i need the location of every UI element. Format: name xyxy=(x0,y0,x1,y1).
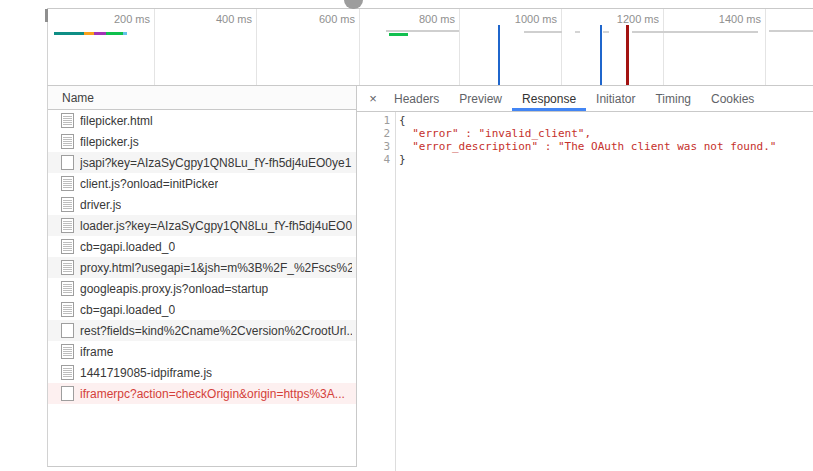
timeline-gridline xyxy=(765,9,766,85)
document-plain-icon xyxy=(61,386,74,401)
request-bar xyxy=(84,32,94,35)
table-row[interactable]: googleapis.proxy.js?onload=startup xyxy=(48,278,356,299)
tab-headers[interactable]: Headers xyxy=(384,86,449,111)
request-name: rest?fields=kind%2Cname%2Cversion%2Croot… xyxy=(80,324,352,338)
timeline-tick-label: 200 ms xyxy=(88,13,150,25)
code-text: "error" : "invalid_client", xyxy=(390,127,591,140)
event-marker-line xyxy=(626,25,629,85)
detail-tab-label: Response xyxy=(522,92,576,106)
table-row[interactable]: iframe xyxy=(48,341,356,362)
tab-timing[interactable]: Timing xyxy=(645,86,701,111)
code-line: 2 "error" : "invalid_client", xyxy=(357,127,813,140)
name-column-header[interactable]: Name xyxy=(48,86,356,110)
line-number: 1 xyxy=(357,114,390,127)
request-detail-pane: × Headers Preview Response Initiator Tim… xyxy=(357,86,813,471)
request-name: client.js?onload=initPicker xyxy=(80,177,218,191)
request-name: cb=gapi.loaded_0 xyxy=(80,303,175,317)
request-bar xyxy=(769,30,813,32)
request-name: jsapi?key=AIzaSyCgpy1QN8Lu_fY-fh5dj4uEO0… xyxy=(80,156,352,170)
line-number: 4 xyxy=(357,153,390,166)
detail-tab-label: Timing xyxy=(655,92,691,106)
document-lines-icon xyxy=(61,197,74,212)
table-row[interactable]: 1441719085-idpiframe.js xyxy=(48,362,356,383)
document-plain-icon xyxy=(61,323,74,338)
tab-initiator[interactable]: Initiator xyxy=(586,86,645,111)
detail-tab-label: Preview xyxy=(459,92,502,106)
code-line: 1 { xyxy=(357,114,813,127)
detail-tab-label: Cookies xyxy=(711,92,754,106)
request-name: proxy.html?usegapi=1&jsh=m%3B%2F_%2Fscs%… xyxy=(80,261,352,275)
document-lines-icon xyxy=(61,239,74,254)
request-name: filepicker.html xyxy=(80,114,153,128)
table-row[interactable]: iframerpc?action=checkOrigin&origin=http… xyxy=(48,383,356,404)
timeline-gridline xyxy=(154,9,155,85)
request-bar xyxy=(386,30,459,32)
timeline-tick-label: 1000 ms xyxy=(495,13,557,25)
detail-tab-label: Headers xyxy=(394,92,439,106)
line-number: 3 xyxy=(357,140,390,153)
table-row[interactable]: filepicker.js xyxy=(48,131,356,152)
timeline-gridline xyxy=(663,9,664,85)
table-row[interactable]: client.js?onload=initPicker xyxy=(48,173,356,194)
document-lines-icon xyxy=(61,365,74,380)
line-number: 2 xyxy=(357,127,390,140)
tab-response[interactable]: Response xyxy=(512,86,586,111)
document-lines-icon xyxy=(61,281,74,296)
table-row[interactable]: cb=gapi.loaded_0 xyxy=(48,236,356,257)
table-row[interactable]: proxy.html?usegapi=1&jsh=m%3B%2F_%2Fscs%… xyxy=(48,257,356,278)
name-column-label: Name xyxy=(62,91,94,105)
table-row[interactable]: cb=gapi.loaded_0 xyxy=(48,299,356,320)
request-name: googleapis.proxy.js?onload=startup xyxy=(80,282,268,296)
request-name: cb=gapi.loaded_0 xyxy=(80,240,175,254)
code-text: "error_description" : "The OAuth client … xyxy=(390,140,777,153)
request-bar xyxy=(54,32,84,35)
timeline-tick-label: 400 ms xyxy=(190,13,252,25)
request-name: driver.js xyxy=(80,198,121,212)
response-body[interactable]: 1 { 2 "error" : "invalid_client", 3 "err… xyxy=(357,112,813,471)
document-lines-icon xyxy=(61,260,74,275)
tab-cookies[interactable]: Cookies xyxy=(701,86,764,111)
table-row[interactable]: loader.js?key=AIzaSyCgpy1QN8Lu_fY-fh5dj4… xyxy=(48,215,356,236)
request-bar xyxy=(389,33,408,36)
request-bar xyxy=(524,31,562,33)
table-row[interactable]: jsapi?key=AIzaSyCgpy1QN8Lu_fY-fh5dj4uEO0… xyxy=(48,152,356,173)
code-text: } xyxy=(390,153,406,166)
request-bar xyxy=(94,32,106,35)
document-lines-icon xyxy=(61,302,74,317)
tab-preview[interactable]: Preview xyxy=(449,86,512,111)
timeline-tick-label: 1200 ms xyxy=(597,13,659,25)
request-name: loader.js?key=AIzaSyCgpy1QN8Lu_fY-fh5dj4… xyxy=(80,219,352,233)
request-rows: filepicker.html filepicker.js xyxy=(48,110,356,404)
network-overview[interactable]: 200 ms400 ms600 ms800 ms1000 ms1200 ms14… xyxy=(47,8,813,86)
timeline-gridline xyxy=(256,9,257,85)
request-name: iframe xyxy=(80,345,113,359)
table-row[interactable]: driver.js xyxy=(48,194,356,215)
document-lines-icon xyxy=(61,176,74,191)
devtools-network-panel: 200 ms400 ms600 ms800 ms1000 ms1200 ms14… xyxy=(0,0,813,471)
document-lines-icon xyxy=(61,218,74,233)
event-marker-line xyxy=(498,25,500,85)
request-bar xyxy=(575,31,580,33)
event-marker-line xyxy=(600,25,602,85)
timeline-gridline xyxy=(459,9,460,85)
request-bar xyxy=(632,31,758,33)
code-text: { xyxy=(390,114,406,127)
request-bar xyxy=(106,32,123,35)
timeline-gridline xyxy=(359,9,360,85)
document-lines-icon xyxy=(61,344,74,359)
table-row[interactable]: filepicker.html xyxy=(48,110,356,131)
request-bar xyxy=(123,32,127,35)
document-lines-icon xyxy=(61,134,74,149)
overview-scroll-mark xyxy=(45,9,48,22)
request-bar xyxy=(603,31,609,33)
requests-table: Name filepicker.html xyxy=(47,86,357,467)
timeline-tick-label: 600 ms xyxy=(293,13,355,25)
document-lines-icon xyxy=(61,113,74,128)
timeline-tick-label: 800 ms xyxy=(393,13,455,25)
table-row[interactable]: rest?fields=kind%2Cname%2Cversion%2Croot… xyxy=(48,320,356,341)
detail-tab-label: Initiator xyxy=(596,92,635,106)
close-icon[interactable]: × xyxy=(362,86,384,111)
response-code-lines: 1 { 2 "error" : "invalid_client", 3 "err… xyxy=(357,114,813,166)
detail-tabs: Headers Preview Response Initiator Timin… xyxy=(384,86,764,111)
document-plain-icon xyxy=(61,155,74,170)
